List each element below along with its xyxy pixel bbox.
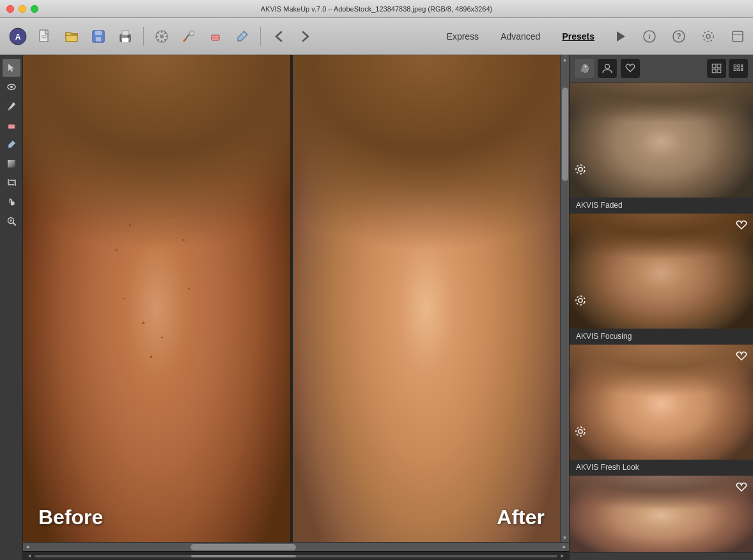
svg-point-28	[10, 86, 13, 88]
tool-dropper[interactable]	[3, 136, 20, 153]
preset-focusing-heart-icon[interactable]	[735, 219, 748, 235]
preset-freshlook-heart-icon[interactable]	[735, 350, 748, 366]
settings-button[interactable]	[150, 25, 173, 48]
svg-text:?: ?	[676, 32, 681, 41]
canvas-vertical-scrollbar[interactable]: ▲ ▼	[560, 55, 569, 542]
svg-point-39	[605, 65, 610, 69]
svg-rect-44	[734, 65, 736, 66]
app-logo: A	[6, 25, 29, 48]
new-file-button[interactable]	[33, 25, 56, 48]
tool-eye[interactable]	[3, 78, 20, 96]
tool-zoom[interactable]	[3, 212, 20, 230]
page-thumb	[191, 555, 296, 557]
maximize-button[interactable]	[31, 5, 38, 13]
preset-freshlook-gear-icon[interactable]	[575, 426, 586, 440]
nav-back-button[interactable]	[267, 25, 290, 48]
tool-eraser[interactable]	[3, 116, 20, 134]
svg-point-52	[578, 299, 582, 302]
scroll-up-arrow[interactable]: ▲	[561, 55, 570, 64]
tool-brush[interactable]	[3, 97, 20, 115]
tool-cursor[interactable]	[3, 59, 20, 77]
svg-rect-6	[95, 31, 102, 35]
before-panel: Before	[23, 55, 291, 542]
before-label: Before	[38, 506, 103, 529]
scroll-down-arrow[interactable]: ▼	[561, 533, 570, 542]
page-track	[35, 555, 557, 557]
play-button[interactable]	[611, 27, 629, 45]
svg-rect-9	[122, 38, 128, 42]
presets-logo-icon[interactable]	[575, 59, 594, 78]
help-button[interactable]: ?	[670, 27, 688, 45]
after-label: After	[497, 506, 545, 529]
main-layout: Before After ▲ ▼ ◄	[0, 55, 753, 560]
svg-point-29	[8, 108, 10, 111]
tab-presets[interactable]: Presets	[557, 29, 600, 44]
toolbar-divider-2	[260, 27, 261, 46]
preset-thumb-faded	[570, 82, 753, 198]
svg-rect-41	[717, 64, 721, 68]
preset-item-focusing[interactable]: AKVIS Focusing	[570, 214, 753, 345]
preset-faded-gear-icon[interactable]	[575, 164, 586, 178]
tool-hand[interactable]	[3, 193, 20, 211]
brush-tool-button[interactable]	[177, 25, 200, 48]
preset-focusing-name: AKVIS Focusing	[570, 329, 753, 344]
canvas-main-row: Before After ▲ ▼	[23, 55, 569, 542]
dropper-button[interactable]	[231, 25, 254, 48]
page-back-arrow[interactable]: ◄	[27, 553, 32, 559]
svg-point-23	[706, 35, 710, 38]
close-button[interactable]	[6, 5, 14, 13]
preset-focusing-gear-icon[interactable]	[575, 295, 586, 309]
svg-point-11	[128, 35, 130, 37]
preferences-button[interactable]	[699, 27, 717, 45]
nav-forward-button[interactable]	[294, 25, 317, 48]
toolbar-left: A	[6, 25, 442, 48]
preset-item-freshlook[interactable]: AKVIS Fresh Look	[570, 345, 753, 476]
presets-list: AKVIS Faded	[570, 82, 753, 560]
window-button[interactable]	[729, 27, 747, 45]
svg-rect-10	[122, 31, 128, 35]
preset-freshlook-name: AKVIS Fresh Look	[570, 460, 753, 475]
canvas-area: Before After ▲ ▼ ◄	[23, 55, 569, 560]
svg-rect-48	[738, 68, 740, 70]
scroll-horizontal-thumb[interactable]	[190, 544, 296, 550]
svg-point-50	[578, 167, 582, 171]
presets-person-icon[interactable]	[598, 59, 617, 78]
tab-advanced[interactable]: Advanced	[495, 29, 545, 44]
eraser-button[interactable]	[204, 25, 227, 48]
minimize-button[interactable]	[19, 5, 26, 13]
svg-point-54	[578, 430, 582, 433]
left-sidebar	[0, 55, 23, 560]
tab-express[interactable]: Express	[442, 29, 485, 44]
svg-rect-7	[96, 37, 101, 42]
preset-4-heart-icon[interactable]	[735, 481, 748, 497]
tool-gradient[interactable]	[3, 155, 20, 173]
svg-marker-18	[617, 31, 625, 42]
grid-view-1-button[interactable]	[707, 59, 726, 78]
preset-item-4[interactable]	[570, 476, 753, 553]
presets-header	[570, 55, 753, 82]
scroll-right-arrow[interactable]: ►	[560, 543, 569, 552]
svg-point-38	[585, 66, 587, 68]
svg-rect-49	[741, 68, 743, 70]
traffic-lights	[6, 5, 38, 13]
canvas-horizontal-scrollbar[interactable]: ◄ ►	[23, 542, 569, 551]
scroll-vertical-thumb[interactable]	[562, 88, 568, 182]
presets-favorites-icon[interactable]	[621, 59, 640, 78]
grid-view-2-button[interactable]	[729, 59, 748, 78]
scroll-vertical-track[interactable]	[562, 64, 568, 533]
svg-rect-47	[734, 68, 736, 70]
open-file-button[interactable]	[60, 25, 83, 48]
preset-item-faded[interactable]: AKVIS Faded	[570, 82, 753, 214]
svg-point-13	[160, 35, 164, 38]
page-forward-arrow[interactable]: ►	[560, 553, 565, 559]
tool-crop[interactable]	[3, 174, 20, 192]
preset-thumb-focusing	[570, 214, 753, 329]
scroll-left-arrow[interactable]: ◄	[23, 543, 32, 552]
canvas-photos: Before After	[23, 55, 560, 542]
svg-point-14	[189, 31, 194, 36]
print-button[interactable]	[114, 25, 137, 48]
svg-rect-32	[8, 160, 15, 167]
save-file-button[interactable]	[87, 25, 110, 48]
info-button[interactable]: i	[640, 27, 658, 45]
toolbar-divider-1	[143, 27, 144, 46]
